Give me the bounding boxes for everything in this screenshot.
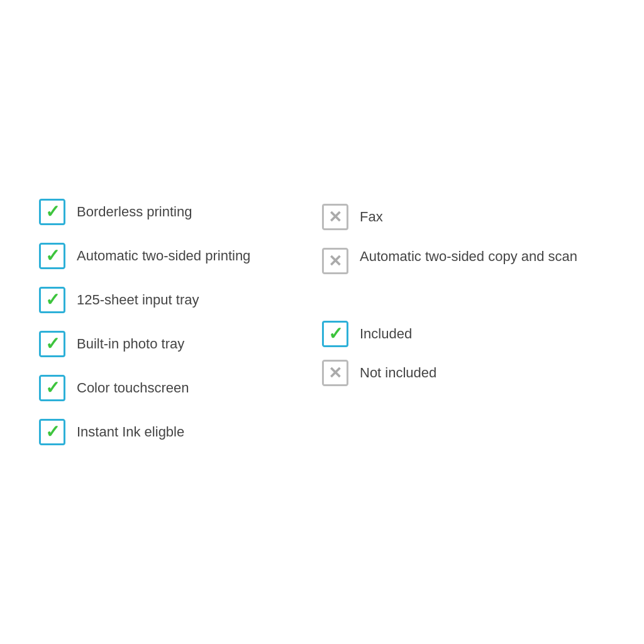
check-box-borderless: ✓ xyxy=(39,199,65,225)
feature-instant-ink: ✓ Instant Ink eligble xyxy=(39,410,322,454)
check-mark-icon: ✓ xyxy=(45,335,60,353)
check-mark-icon: ✓ xyxy=(45,379,60,397)
feature-label-borderless: Borderless printing xyxy=(77,203,192,221)
x-box-fax: ✕ xyxy=(322,204,348,230)
x-mark-icon: ✕ xyxy=(328,253,342,269)
check-mark-icon: ✓ xyxy=(45,203,60,221)
right-column: ✕ Fax ✕ Automatic two-sided copy and sca… xyxy=(322,190,605,392)
feature-color-touchscreen: ✓ Color touchscreen xyxy=(39,366,322,410)
legend-not-included-label: Not included xyxy=(360,365,436,381)
legend-included-label: Included xyxy=(360,326,412,342)
check-mark-icon: ✓ xyxy=(45,247,60,265)
legend-not-included: ✕ Not included xyxy=(322,353,605,392)
feature-label-auto-two-sided: Automatic two-sided printing xyxy=(77,247,250,265)
feature-label-instant-ink: Instant Ink eligble xyxy=(77,423,184,441)
legend-x-box: ✕ xyxy=(322,360,348,386)
feature-auto-two-sided: ✓ Automatic two-sided printing xyxy=(39,234,322,278)
legend-x-mark-icon: ✕ xyxy=(328,365,342,381)
legend-check-box: ✓ xyxy=(322,321,348,347)
feature-borderless-printing: ✓ Borderless printing xyxy=(39,190,322,234)
included-features-column: ✓ Borderless printing ✓ Automatic two-si… xyxy=(39,190,322,454)
legend-check-mark-icon: ✓ xyxy=(328,325,343,343)
x-mark-icon: ✕ xyxy=(328,209,342,225)
check-box-instant-ink: ✓ xyxy=(39,419,65,445)
x-box-auto-copy: ✕ xyxy=(322,248,348,274)
check-box-input-tray: ✓ xyxy=(39,287,65,313)
feature-input-tray: ✓ 125-sheet input tray xyxy=(39,278,322,322)
feature-label-fax: Fax xyxy=(360,208,383,226)
feature-photo-tray: ✓ Built-in photo tray xyxy=(39,322,322,366)
check-box-photo-tray: ✓ xyxy=(39,331,65,357)
check-mark-icon: ✓ xyxy=(45,423,60,441)
features-container: ✓ Borderless printing ✓ Automatic two-si… xyxy=(39,190,605,454)
legend-included: ✓ Included xyxy=(322,314,605,353)
feature-fax: ✕ Fax xyxy=(322,195,605,239)
feature-label-photo-tray: Built-in photo tray xyxy=(77,335,184,353)
feature-label-auto-copy: Automatic two-sided copy and scan xyxy=(360,248,577,266)
feature-label-input-tray: 125-sheet input tray xyxy=(77,291,199,309)
legend-spacer xyxy=(322,283,605,302)
legend-section: ✓ Included ✕ Not included xyxy=(322,314,605,392)
check-box-auto-two-sided: ✓ xyxy=(39,243,65,269)
check-mark-icon: ✓ xyxy=(45,291,60,309)
feature-label-color-touchscreen: Color touchscreen xyxy=(77,379,189,397)
features-grid: ✓ Borderless printing ✓ Automatic two-si… xyxy=(39,190,605,454)
check-box-color-touchscreen: ✓ xyxy=(39,375,65,401)
feature-auto-two-sided-copy: ✕ Automatic two-sided copy and scan xyxy=(322,239,605,283)
